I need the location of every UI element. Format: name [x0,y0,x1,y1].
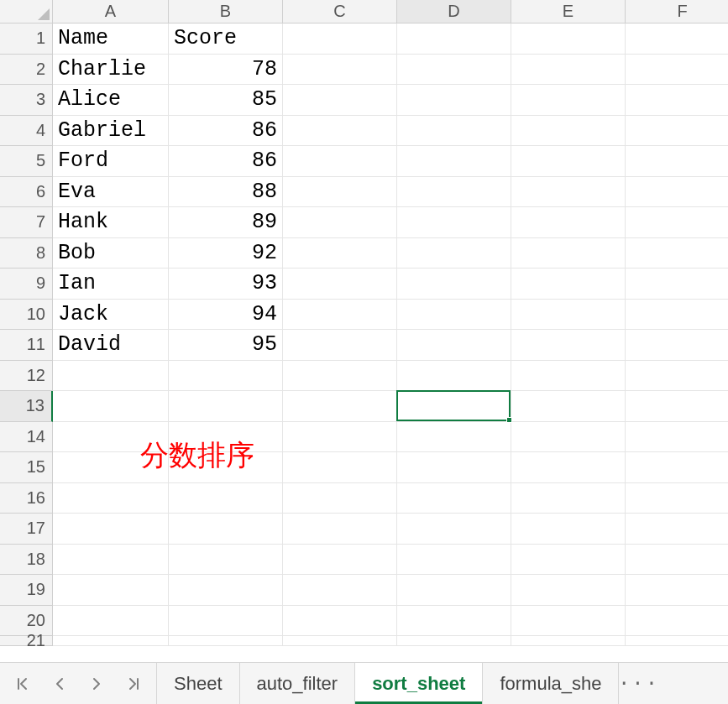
cell-B2[interactable]: 78 [169,55,283,86]
cell-D6[interactable] [397,177,511,208]
cell-B10[interactable]: 94 [169,300,283,331]
cell-C9[interactable] [283,269,397,300]
cell-D17[interactable] [397,514,511,545]
cell-B17[interactable] [169,514,283,545]
cell-D12[interactable] [397,361,511,392]
cell-F9[interactable] [626,269,728,300]
cell-A8[interactable]: Bob [53,238,169,269]
cell-E4[interactable] [511,116,626,147]
row-header-2[interactable]: 2 [0,55,53,86]
cell-A17[interactable] [53,514,169,545]
cell-E13[interactable] [511,391,626,422]
cell-D13[interactable] [397,391,511,422]
cell-C17[interactable] [283,514,397,545]
cell-E11[interactable] [511,330,626,361]
cell-C1[interactable] [283,23,397,55]
cell-A5[interactable]: Ford [53,146,169,177]
cell-A20[interactable] [53,606,169,637]
cell-C6[interactable] [283,177,397,208]
cell-C5[interactable] [283,146,397,177]
cell-C20[interactable] [283,606,397,637]
cell-B1[interactable]: Score [169,23,283,55]
cell-B18[interactable] [169,545,283,576]
cell-B21[interactable] [169,636,283,646]
column-header-B[interactable]: B [169,0,283,23]
cell-F8[interactable] [626,238,728,269]
cell-D20[interactable] [397,606,511,637]
prev-sheet-button[interactable] [50,675,69,693]
cell-E9[interactable] [511,269,626,300]
cell-E14[interactable] [511,422,626,453]
column-header-C[interactable]: C [283,0,397,23]
cell-F4[interactable] [626,116,728,147]
row-header-5[interactable]: 5 [0,146,53,177]
cell-E6[interactable] [511,177,626,208]
row-header-16[interactable]: 16 [0,483,53,514]
cell-B9[interactable]: 93 [169,269,283,300]
cell-E19[interactable] [511,575,626,606]
row-header-6[interactable]: 6 [0,177,53,208]
cell-B4[interactable]: 86 [169,116,283,147]
cell-D5[interactable] [397,146,511,177]
cell-C10[interactable] [283,300,397,331]
cell-D14[interactable] [397,422,511,453]
cell-C11[interactable] [283,330,397,361]
cell-D2[interactable] [397,55,511,86]
cell-F18[interactable] [626,545,728,576]
cell-A11[interactable]: David [53,330,169,361]
cell-E12[interactable] [511,361,626,392]
cell-F14[interactable] [626,422,728,453]
cell-E21[interactable] [511,636,626,646]
cell-F6[interactable] [626,177,728,208]
cell-A10[interactable]: Jack [53,300,169,331]
cell-B8[interactable]: 92 [169,238,283,269]
cell-E16[interactable] [511,483,626,514]
cell-C7[interactable] [283,207,397,238]
cell-E1[interactable] [511,23,626,55]
cell-D21[interactable] [397,636,511,646]
cell-F1[interactable] [626,23,728,55]
sheet-tab-auto-filter[interactable]: auto_filter [240,663,356,704]
cell-C21[interactable] [283,636,397,646]
cell-F10[interactable] [626,300,728,331]
cell-E5[interactable] [511,146,626,177]
cell-D19[interactable] [397,575,511,606]
cell-E18[interactable] [511,545,626,576]
cell-A21[interactable] [53,636,169,646]
cell-B11[interactable]: 95 [169,330,283,361]
column-header-A[interactable]: A [53,0,169,23]
more-tabs-button[interactable]: ··· [619,663,657,704]
cell-A13[interactable] [53,391,169,422]
column-header-E[interactable]: E [511,0,626,23]
cell-F3[interactable] [626,85,728,116]
row-header-19[interactable]: 19 [0,575,53,606]
cell-F13[interactable] [626,391,728,422]
cell-A16[interactable] [53,483,169,514]
column-header-D[interactable]: D [397,0,511,23]
last-sheet-button[interactable] [124,675,143,693]
row-header-9[interactable]: 9 [0,269,53,300]
cell-B13[interactable] [169,391,283,422]
cell-B16[interactable] [169,483,283,514]
cell-E2[interactable] [511,55,626,86]
cell-A3[interactable]: Alice [53,85,169,116]
cell-D11[interactable] [397,330,511,361]
cell-E3[interactable] [511,85,626,116]
first-sheet-button[interactable] [13,675,32,693]
cell-B5[interactable]: 86 [169,146,283,177]
cell-D4[interactable] [397,116,511,147]
sheet-tab-sheet[interactable]: Sheet [156,663,240,704]
cell-B20[interactable] [169,606,283,637]
row-header-10[interactable]: 10 [0,300,53,331]
row-header-12[interactable]: 12 [0,361,53,392]
column-header-F[interactable]: F [626,0,728,23]
cell-F17[interactable] [626,514,728,545]
cell-A18[interactable] [53,545,169,576]
cell-C3[interactable] [283,85,397,116]
cell-A12[interactable] [53,361,169,392]
cell-A4[interactable]: Gabriel [53,116,169,147]
cell-C18[interactable] [283,545,397,576]
cell-E8[interactable] [511,238,626,269]
cell-B19[interactable] [169,575,283,606]
cell-A1[interactable]: Name [53,23,169,55]
